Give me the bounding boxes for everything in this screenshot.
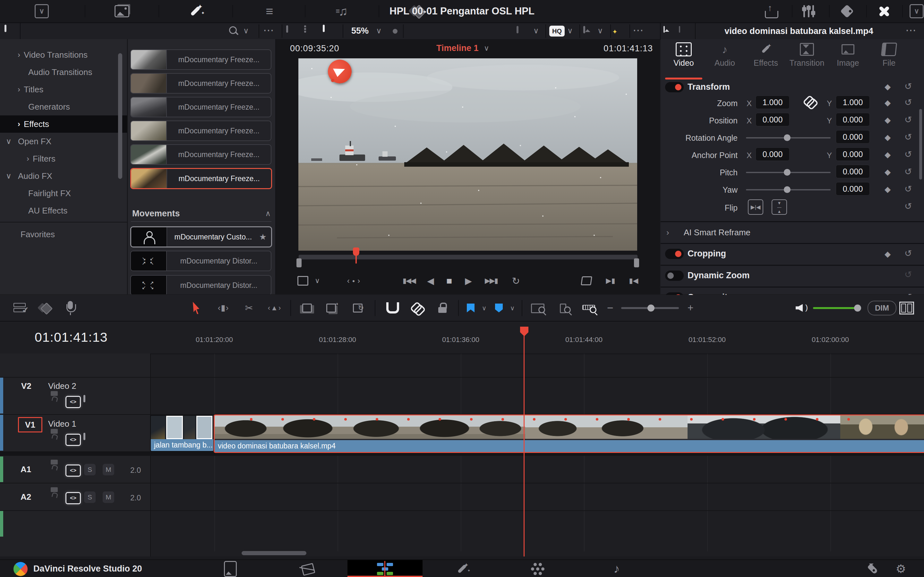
transform-mode-chevron[interactable]: ∨ [312, 272, 322, 290]
safe-area-chevron[interactable]: ∨ [533, 26, 539, 35]
flag-chevron[interactable]: ∨ [479, 295, 489, 321]
zoom-full-extent-icon[interactable] [528, 295, 548, 321]
transform-toggle[interactable] [665, 82, 684, 92]
zoom-reset-icon[interactable]: ↺ [905, 97, 912, 108]
sidebar-item-favorites[interactable]: Favorites [0, 226, 127, 243]
trim-edit-mode-icon[interactable]: ‹▮› [214, 295, 232, 321]
clip-thumbnail-view-icon[interactable] [83, 396, 86, 402]
effect-item[interactable]: mDocumentary Freeze... [130, 49, 271, 70]
transform-mode-icon[interactable] [296, 272, 310, 290]
cropping-toggle[interactable] [665, 249, 684, 259]
expand-chevron-icon[interactable]: › [666, 227, 669, 237]
razor-tool-icon[interactable]: ✂ [240, 295, 258, 321]
sidebar-item-audio-fx[interactable]: ∨Audio FX [0, 167, 127, 185]
overwrite-clip-icon[interactable]: ↱ [323, 295, 342, 321]
flip-vertical-button[interactable]: ▼—▲ [772, 199, 787, 215]
panel-toggle-icon[interactable] [5, 26, 6, 31]
mute-button[interactable]: M [103, 464, 114, 475]
previous-edit-icon[interactable]: ▮◀ [626, 272, 642, 290]
timeline-timecode[interactable]: 01:01:41:13 [35, 330, 108, 345]
solo-button[interactable]: S [84, 492, 95, 503]
inspector-options-icon[interactable]: ⋯ [905, 24, 916, 37]
page-edit-icon[interactable] [366, 560, 404, 577]
yaw-slider[interactable] [746, 189, 830, 190]
speaker-icon[interactable]: ) [792, 295, 811, 321]
auto-select-icon[interactable]: <> [65, 492, 81, 504]
transform-reset-icon[interactable]: ↺ [905, 81, 912, 92]
transform-keyframe-icon[interactable]: ◆ [885, 82, 891, 91]
cropping-reset-icon[interactable]: ↺ [905, 248, 912, 259]
timeline-view-options-icon[interactable]: ✓ [11, 295, 29, 321]
zoom-level-chevron[interactable]: ∨ [376, 26, 382, 35]
page-edit-active[interactable] [347, 560, 423, 577]
collapse-chevron-icon[interactable]: ∧ [265, 209, 271, 218]
search-filter-chevron[interactable]: ∨ [243, 26, 249, 35]
volume-slider[interactable] [813, 307, 861, 309]
insert-clip-icon[interactable] [298, 295, 317, 321]
solo-button[interactable]: S [84, 464, 95, 475]
play-reverse-icon[interactable]: ◀ [424, 272, 437, 290]
pitch-field[interactable]: 0.000 [836, 165, 870, 178]
destination-track-badge[interactable]: V1 [18, 417, 42, 432]
clip-thumbnail-view-icon[interactable] [83, 434, 86, 440]
anchor-keyframe-icon[interactable]: ◆ [885, 150, 891, 159]
flag-icon[interactable] [463, 295, 478, 321]
playback-quality-hq-icon[interactable]: HQ [549, 26, 565, 37]
viewer-overlay-icon[interactable] [583, 27, 585, 33]
thumbnail-view-icon[interactable] [286, 26, 288, 32]
go-to-start-icon[interactable]: ▮◀◀ [398, 272, 420, 290]
match-frame-icon[interactable] [580, 272, 594, 290]
keyframe-nav-icons[interactable]: ‹●› [339, 272, 371, 290]
flip-reset-icon[interactable]: ↺ [905, 201, 912, 211]
page-fairlight-icon[interactable]: ♪ [598, 560, 636, 577]
sidebar-item-open-fx[interactable]: ∨Open FX [0, 133, 127, 150]
dynamic-zoom-reset-icon[interactable]: ↺ [905, 269, 912, 280]
auto-select-icon[interactable]: <> [65, 464, 81, 477]
yaw-field[interactable]: 0.000 [836, 182, 870, 195]
zoom-out-button[interactable]: − [603, 295, 618, 321]
sidebar-item-audio-transitions[interactable]: Audio Transitions [0, 63, 127, 81]
anchor-x-field[interactable]: 0.000 [756, 147, 790, 161]
keywords-tag-icon[interactable] [833, 0, 861, 23]
size-slider-handle[interactable] [393, 29, 397, 34]
clip-jalan-tambang[interactable]: jalan tambang b... [150, 415, 214, 452]
sidebar-item-effects[interactable]: ›Effects [0, 115, 127, 133]
effect-item[interactable]: mDocumentary Freeze... [130, 121, 271, 141]
tab-file[interactable]: File [869, 40, 909, 77]
cropping-keyframe-icon[interactable]: ◆ [885, 250, 891, 259]
replace-clip-icon[interactable]: ↻ [349, 295, 368, 321]
collapse-ui-icon[interactable]: ∨ [902, 0, 924, 23]
sidebar-item-fairlight-fx[interactable]: Fairlight FX [0, 185, 127, 202]
inspector-clip-icon[interactable] [664, 27, 665, 32]
tab-audio[interactable]: ♪Audio [704, 40, 745, 77]
clip-markers[interactable] [250, 418, 252, 421]
marker-chevron[interactable]: ∨ [507, 295, 518, 321]
effect-item-selected[interactable]: mDocumentary Freeze... [130, 168, 272, 189]
loop-icon[interactable]: ↻ [509, 272, 523, 290]
auto-select-icon[interactable]: <> [65, 434, 81, 446]
movement-item-selected[interactable]: mDocumentary Custo... ★ [130, 226, 272, 247]
pitch-keyframe-icon[interactable]: ◆ [885, 167, 891, 177]
anchor-reset-icon[interactable]: ↺ [905, 149, 912, 160]
quick-export-menu-icon[interactable]: ∨ [27, 0, 56, 23]
marker-icon[interactable] [491, 295, 506, 321]
rotation-slider[interactable] [746, 137, 830, 139]
inspector-scrollbar[interactable] [919, 109, 922, 179]
go-to-end-icon[interactable]: ▶▶▮ [480, 272, 502, 290]
clip-zoom-level[interactable]: 55% [351, 26, 368, 36]
overlay-chevron[interactable]: ∨ [598, 26, 603, 35]
clip-video-dominasi-selected[interactable]: video dominasi batubara kalsel.mp4 [214, 414, 924, 453]
tab-video[interactable]: Video [663, 40, 704, 77]
zoom-keyframe-icon[interactable]: ◆ [885, 98, 891, 107]
yaw-keyframe-icon[interactable]: ◆ [885, 185, 891, 194]
movement-item[interactable]: ↘ ↙↗ ↖ mDocumentary Distor... [130, 251, 271, 271]
movements-section-header[interactable]: Movements ∧ [132, 207, 271, 220]
settings-gear-icon[interactable]: ⚙ [882, 560, 920, 577]
rotation-field[interactable]: 0.000 [836, 130, 870, 143]
in-point-handle[interactable] [296, 258, 302, 268]
position-y-field[interactable]: 0.000 [836, 113, 870, 126]
favorite-star-icon[interactable]: ★ [259, 232, 267, 242]
anchor-y-field[interactable]: 0.000 [836, 147, 870, 161]
sidebar-item-filters[interactable]: ›Filters [0, 150, 127, 167]
link-clips-icon[interactable] [408, 295, 426, 321]
